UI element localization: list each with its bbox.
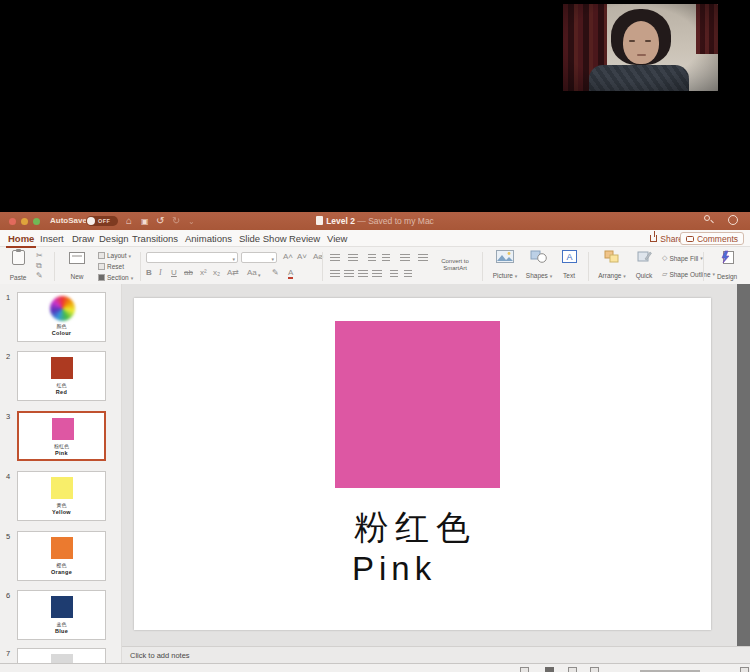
pink-square <box>52 418 74 440</box>
align-text-icon[interactable] <box>404 270 412 278</box>
slide-thumbnail-5[interactable]: 5 橙色 Orange <box>0 531 122 583</box>
document-save-status[interactable]: — Saved to my Mac <box>357 216 434 226</box>
paste-icon <box>12 250 25 265</box>
text-box-icon: A <box>562 250 577 263</box>
slide-thumbnail-6[interactable]: 6 蓝色 Blue <box>0 590 122 642</box>
notes-placeholder: Click to add notes <box>130 651 190 660</box>
arrange-icon <box>604 250 620 263</box>
slide-sorter-view-icon[interactable] <box>545 667 554 672</box>
character-spacing-button[interactable]: A⇄ <box>227 268 239 277</box>
new-slide-icon <box>69 252 85 264</box>
normal-view-icon[interactable] <box>520 667 529 672</box>
notes-pane[interactable]: Click to add notes <box>122 646 750 663</box>
svg-text:A: A <box>566 252 572 262</box>
text-direction-icon[interactable] <box>418 254 428 262</box>
slide-thumbnail-3-selected[interactable]: 3 粉红色 Pink <box>0 411 122 463</box>
slide-title-chinese[interactable]: 粉红色 <box>354 505 477 551</box>
superscript-button[interactable]: x² <box>200 268 207 277</box>
decrease-indent-icon[interactable] <box>368 254 376 262</box>
font-name-combo[interactable]: ▾ <box>146 252 238 263</box>
quick-styles-icon <box>637 250 652 263</box>
tab-slide-show[interactable]: Slide Show <box>237 233 289 244</box>
tab-design[interactable]: Design <box>97 233 131 244</box>
increase-font-size-button[interactable]: A˄ <box>283 252 293 261</box>
slide-thumbnail-4[interactable]: 4 黄色 Yellow <box>0 471 122 523</box>
shape-fill-button[interactable]: ◇ Shape Fill ▾ <box>662 254 703 262</box>
share-icon <box>650 235 657 242</box>
highlight-pen-icon[interactable]: ✎ <box>272 268 279 277</box>
status-bar <box>0 663 750 672</box>
design-ideas-icon <box>720 250 735 264</box>
slide-thumbnail-panel: 1 颜色 Colour 2 红色 Red 3 粉红色 <box>0 284 122 663</box>
video-vignette <box>563 4 718 91</box>
paste-button[interactable]: Paste <box>5 250 31 284</box>
arrange-button[interactable]: Arrange ▾ <box>596 250 628 282</box>
reset-button[interactable]: Reset <box>98 263 124 270</box>
slide-thumbnail-2[interactable]: 2 红色 Red <box>0 351 122 403</box>
justify-icon[interactable] <box>372 270 382 278</box>
align-right-icon[interactable] <box>358 270 368 278</box>
yellow-square <box>51 477 73 499</box>
picture-button[interactable]: Picture ▾ <box>490 250 520 282</box>
gray-square <box>51 654 73 663</box>
red-square <box>51 357 73 379</box>
italic-button[interactable]: I <box>159 268 162 277</box>
slide-pink-square[interactable] <box>335 321 500 488</box>
current-slide[interactable]: 粉红色 Pink <box>134 298 711 630</box>
underline-button[interactable]: U <box>171 268 177 277</box>
tab-animations[interactable]: Animations <box>183 233 234 244</box>
font-size-combo[interactable]: ▾ <box>241 252 277 263</box>
right-scroll-area[interactable] <box>737 284 750 647</box>
align-left-icon[interactable] <box>330 270 340 278</box>
blue-square <box>51 596 73 618</box>
slide-title-english[interactable]: Pink <box>352 550 436 588</box>
shapes-icon <box>530 250 548 263</box>
comments-icon <box>686 236 694 242</box>
section-icon <box>98 274 105 281</box>
layout-icon <box>98 252 105 259</box>
tab-draw[interactable]: Draw <box>70 233 96 244</box>
change-case-button[interactable]: Aa <box>247 268 257 277</box>
line-spacing-icon[interactable] <box>400 254 410 262</box>
reading-view-icon[interactable] <box>568 667 577 672</box>
bullets-icon[interactable] <box>330 254 340 262</box>
slide-thumbnail-7[interactable]: 7 <box>0 648 122 663</box>
numbering-icon[interactable] <box>348 254 358 262</box>
webcam-video <box>563 4 718 91</box>
title-bar: AutoSave OFF ⌂ ▣ ↺ ↻ ⌄ Level 2 — Saved t… <box>0 212 750 230</box>
account-icon[interactable] <box>728 215 738 225</box>
tab-review[interactable]: Review <box>287 233 322 244</box>
tab-insert[interactable]: Insert <box>38 233 66 244</box>
slideshow-view-icon[interactable] <box>590 667 599 672</box>
search-icon[interactable] <box>704 215 714 225</box>
shape-fill-icon: ◇ <box>662 254 667 262</box>
convert-to-smartart-button[interactable]: Convert to SmartArt <box>432 258 478 272</box>
align-center-icon[interactable] <box>344 270 354 278</box>
shape-outline-icon: ▱ <box>662 270 667 278</box>
tab-view[interactable]: View <box>325 233 349 244</box>
picture-icon <box>496 250 514 263</box>
subscript-button[interactable]: x₂ <box>213 268 220 277</box>
fit-slide-icon[interactable] <box>740 667 749 672</box>
layout-button[interactable]: Layout ▾ <box>98 252 131 259</box>
document-name: Level 2 <box>326 216 355 226</box>
slide-thumbnail-1[interactable]: 1 颜色 Colour <box>0 292 122 344</box>
section-button[interactable]: Section ▾ <box>98 274 133 281</box>
strikethrough-button[interactable]: ab <box>184 268 193 277</box>
increase-indent-icon[interactable] <box>382 254 390 262</box>
bold-button[interactable]: B <box>146 268 152 277</box>
reset-icon <box>98 263 105 270</box>
format-painter-icon[interactable]: ✎ <box>36 271 43 280</box>
cut-icon[interactable]: ✂ <box>36 251 43 260</box>
comments-button[interactable]: Comments <box>680 232 744 245</box>
decrease-font-size-button[interactable]: A˅ <box>297 252 307 261</box>
shapes-button[interactable]: Shapes ▾ <box>524 250 554 282</box>
tab-transitions[interactable]: Transitions <box>130 233 180 244</box>
powerpoint-window: AutoSave OFF ⌂ ▣ ↺ ↻ ⌄ Level 2 — Saved t… <box>0 212 750 672</box>
tab-home[interactable]: Home <box>6 233 36 248</box>
ribbon: Paste ✂ ⧉ ✎ New Slide ▾ Layout ▾ Reset <box>0 248 750 286</box>
font-color-button[interactable]: A <box>288 268 293 279</box>
copy-icon[interactable]: ⧉ <box>36 261 42 271</box>
columns-icon[interactable] <box>390 270 398 278</box>
slide-editing-area: 粉红色 Pink <box>122 284 750 663</box>
